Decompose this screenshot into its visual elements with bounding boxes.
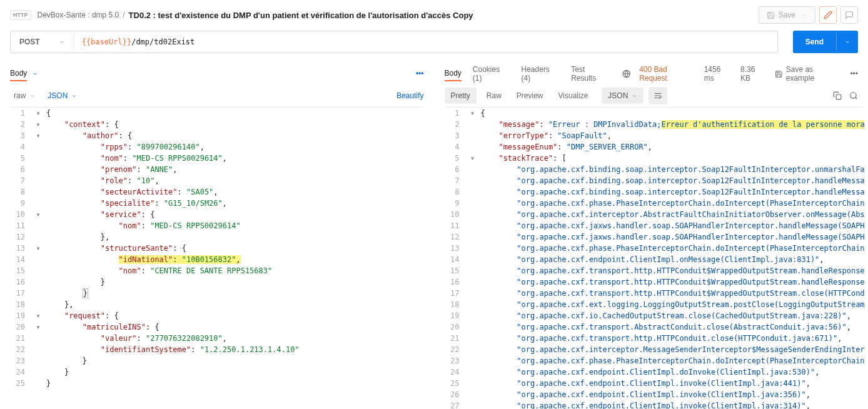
line-content[interactable]: "org.apache.cxf.transport.http.HTTPCondu… [480, 288, 865, 299]
fold-gutter[interactable]: ▾ [31, 310, 45, 321]
view-preview[interactable]: Preview [512, 88, 548, 104]
code-line[interactable]: 7 "role": "10", [10, 175, 424, 186]
line-content[interactable]: "org.apache.cxf.endpoint.ClientImpl.invo… [480, 400, 865, 409]
code-line[interactable]: 17 "org.apache.cxf.transport.http.HTTPCo… [445, 288, 865, 299]
http-method-select[interactable]: POST [11, 31, 74, 53]
code-line[interactable]: 16 } [10, 276, 424, 288]
breadcrumb-collection[interactable]: DevBox-Sante : dmp 5.0 [38, 11, 119, 19]
line-content[interactable]: "context": { [45, 119, 424, 130]
url-input[interactable]: {{baseUrl}}/dmp/td02Exist [74, 31, 777, 53]
code-line[interactable]: 14 "idNational": "10B0156832", [10, 254, 424, 265]
code-line[interactable]: 17 } [10, 288, 424, 299]
code-line[interactable]: 15 "nom": "CENTRE DE SANTE RPPS15683" [10, 265, 424, 276]
line-content[interactable]: "org.apache.cxf.jaxws.handler.soap.SOAPH… [480, 220, 865, 231]
code-line[interactable]: 20 "org.apache.cxf.transport.AbstractCon… [445, 321, 865, 333]
fold-gutter[interactable]: ▾ [31, 209, 45, 220]
fold-gutter[interactable]: ▾ [31, 243, 45, 254]
line-content[interactable]: "org.apache.cxf.endpoint.ClientImpl.invo… [480, 378, 865, 389]
line-content[interactable]: "org.apache.cxf.phase.PhaseInterceptorCh… [480, 355, 865, 366]
globe-icon[interactable] [622, 69, 631, 78]
code-line[interactable]: 19▾ "request": { [10, 310, 424, 321]
line-content[interactable]: "org.apache.cxf.transport.http.HTTPCondu… [480, 265, 865, 276]
line-content[interactable]: "message": "Erreur : DMPInvalidData;Erre… [480, 119, 865, 130]
line-content[interactable]: "org.apache.cxf.phase.PhaseInterceptorCh… [480, 243, 865, 254]
code-line[interactable]: 13 "org.apache.cxf.phase.PhaseIntercepto… [445, 243, 865, 254]
code-line[interactable]: 10▾ "service": { [10, 209, 424, 220]
code-line[interactable]: 23 } [10, 355, 424, 366]
line-content[interactable]: "org.apache.cxf.transport.AbstractCondui… [480, 321, 865, 333]
code-line[interactable]: 11 "nom": "MED-CS RPPS0029614" [10, 220, 424, 231]
code-line[interactable]: 10 "org.apache.cxf.interceptor.AbstractF… [445, 209, 865, 220]
tab-test-results[interactable]: Test Results [571, 63, 611, 85]
tab-body[interactable]: Body [10, 66, 27, 81]
code-line[interactable]: 6 "prenom": "ANNE", [10, 164, 424, 175]
code-line[interactable]: 2▾ "context": { [10, 119, 424, 130]
fold-gutter[interactable]: ▾ [31, 119, 45, 130]
line-content[interactable]: }, [45, 299, 424, 310]
code-line[interactable]: 19 "org.apache.cxf.io.CachedOutputStream… [445, 310, 865, 321]
line-content[interactable]: "org.apache.cxf.phase.PhaseInterceptorCh… [480, 198, 865, 209]
line-content[interactable]: "org.apache.cxf.jaxws.handler.soap.SOAPH… [480, 231, 865, 243]
line-content[interactable]: } [45, 355, 424, 366]
code-line[interactable]: 16 "org.apache.cxf.transport.http.HTTPCo… [445, 276, 865, 288]
line-content[interactable]: "org.apache.cxf.interceptor.AbstractFaul… [480, 209, 865, 220]
code-line[interactable]: 12 "org.apache.cxf.jaxws.handler.soap.SO… [445, 231, 865, 243]
line-content[interactable]: "stackTrace": [ [480, 153, 865, 164]
line-content[interactable]: "nom": "CENTRE DE SANTE RPPS15683" [45, 265, 424, 276]
copy-icon[interactable] [833, 91, 842, 100]
line-content[interactable]: "service": { [45, 209, 424, 220]
line-content[interactable]: "org.apache.cxf.binding.soap.interceptor… [480, 164, 865, 175]
line-content[interactable]: "structureSante": { [45, 243, 424, 254]
view-pretty[interactable]: Pretty [445, 88, 477, 104]
line-content[interactable]: "prenom": "ANNE", [45, 164, 424, 175]
line-content[interactable]: "idNational": "10B0156832", [45, 254, 424, 265]
code-line[interactable]: 8 "org.apache.cxf.binding.soap.intercept… [445, 186, 865, 198]
line-content[interactable]: "messageEnum": "DMP_SERVER_ERROR", [480, 141, 865, 153]
code-line[interactable]: 23 "org.apache.cxf.phase.PhaseIntercepto… [445, 355, 865, 366]
search-icon[interactable] [849, 91, 858, 100]
line-content[interactable]: } [45, 366, 424, 378]
view-raw[interactable]: Raw [482, 88, 507, 104]
code-line[interactable]: 24 "org.apache.cxf.endpoint.ClientImpl.d… [445, 366, 865, 378]
code-line[interactable]: 18 }, [10, 299, 424, 310]
line-content[interactable]: } [45, 378, 424, 389]
code-line[interactable]: 3▾ "author": { [10, 130, 424, 141]
code-line[interactable]: 5▾ "stackTrace": [ [445, 153, 865, 164]
tab-body[interactable]: Body [445, 66, 462, 81]
format-select[interactable]: JSON [44, 89, 81, 103]
line-content[interactable]: "errorType": "SoapFault", [480, 130, 865, 141]
code-line[interactable]: 4 "rpps": "899700296140", [10, 141, 424, 153]
code-line[interactable]: 11 "org.apache.cxf.jaxws.handler.soap.SO… [445, 220, 865, 231]
save-example-button[interactable]: Save as example [775, 65, 841, 83]
code-line[interactable]: 2 "message": "Erreur : DMPInvalidData;Er… [445, 119, 865, 130]
response-viewer[interactable]: 1▾{2 "message": "Erreur : DMPInvalidData… [445, 107, 865, 409]
code-line[interactable]: 25} [10, 378, 424, 389]
request-title[interactable]: TD0.2 : test d'existence du DMP d'un pat… [129, 11, 473, 20]
send-label[interactable]: Send [793, 31, 836, 53]
fold-gutter[interactable]: ▾ [466, 108, 480, 119]
line-content[interactable]: "org.apache.cxf.transport.http.HTTPCondu… [480, 276, 865, 288]
code-line[interactable]: 1▾{ [10, 108, 424, 119]
fold-gutter[interactable]: ▾ [31, 130, 45, 141]
fold-gutter[interactable]: ▾ [31, 108, 45, 119]
send-dropdown[interactable] [836, 33, 858, 51]
code-line[interactable]: 22 "identifiantSysteme": "1.2.250.1.213.… [10, 344, 424, 355]
code-line[interactable]: 4 "messageEnum": "DMP_SERVER_ERROR", [445, 141, 865, 153]
chevron-down-icon[interactable] [802, 13, 807, 18]
line-content[interactable]: "org.apache.cxf.transport.http.HTTPCondu… [480, 333, 865, 344]
line-content[interactable]: } [45, 276, 424, 288]
code-line[interactable]: 26 "org.apache.cxf.endpoint.ClientImpl.i… [445, 389, 865, 400]
fold-gutter[interactable]: ▾ [466, 153, 480, 164]
code-line[interactable]: 12 }, [10, 231, 424, 243]
line-content[interactable]: "valeur": "277076322082910", [45, 333, 424, 344]
line-content[interactable]: "org.apache.cxf.binding.soap.interceptor… [480, 186, 865, 198]
code-line[interactable]: 5 "nom": "MED-CS RPPS0029614", [10, 153, 424, 164]
code-line[interactable]: 27 "org.apache.cxf.endpoint.ClientImpl.i… [445, 400, 865, 409]
code-line[interactable]: 25 "org.apache.cxf.endpoint.ClientImpl.i… [445, 378, 865, 389]
line-content[interactable]: "role": "10", [45, 175, 424, 186]
code-line[interactable]: 1▾{ [445, 108, 865, 119]
code-line[interactable]: 15 "org.apache.cxf.transport.http.HTTPCo… [445, 265, 865, 276]
line-content[interactable]: "author": { [45, 130, 424, 141]
code-line[interactable]: 21 "valeur": "277076322082910", [10, 333, 424, 344]
line-content[interactable]: "org.apache.cxf.endpoint.ClientImpl.doIn… [480, 366, 865, 378]
